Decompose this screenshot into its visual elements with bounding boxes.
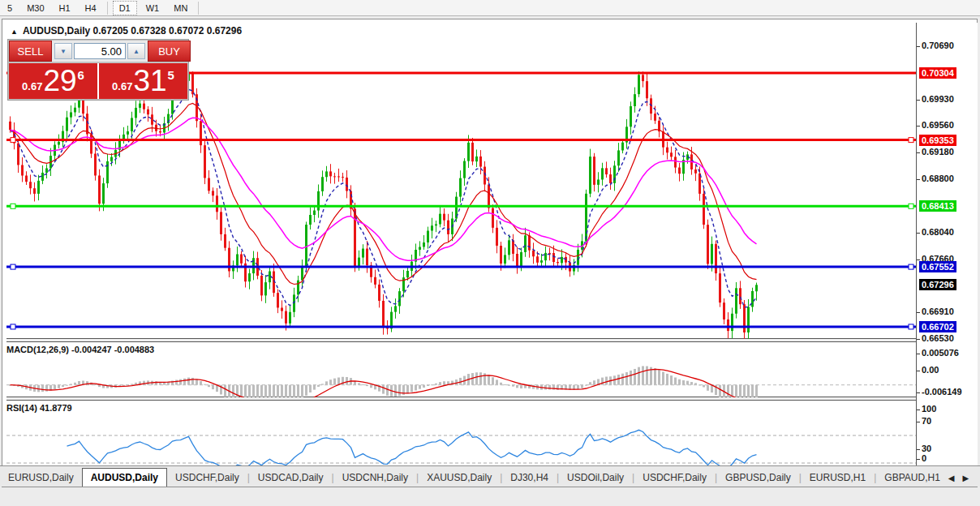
price-badge: 0.66702 <box>919 321 956 332</box>
macd-histogram-bar <box>281 385 283 397</box>
timeframe-button-h4[interactable]: H4 <box>80 2 102 15</box>
timeframe-button-mn[interactable]: MN <box>168 2 193 15</box>
line-handle[interactable] <box>909 264 913 269</box>
rsi-pane[interactable] <box>6 401 916 467</box>
line-handle[interactable] <box>909 138 913 143</box>
chart-tab-dj30-h4[interactable]: DJ30,H4 <box>502 470 557 487</box>
volume-up-icon[interactable]: ▲ <box>127 43 145 59</box>
macd-histogram-bar <box>346 377 348 385</box>
macd-histogram-bar <box>630 371 632 385</box>
candle-body <box>212 191 214 195</box>
candle-body <box>90 135 92 154</box>
price-badge: 0.68413 <box>919 200 956 212</box>
chart-tab-usdcnh-daily[interactable]: USDCNH,Daily <box>334 470 416 487</box>
candle-body <box>723 302 725 319</box>
macd-histogram-bar <box>386 385 389 396</box>
macd-histogram-bar <box>747 385 750 397</box>
axis-tick <box>917 233 920 234</box>
line-handle[interactable] <box>11 264 15 269</box>
macd-histogram-bar <box>500 383 502 385</box>
volume-spinner: ▼ ▲ <box>52 41 148 62</box>
chart-tab-gbpaud-h1[interactable]: GBPAUD,H1 <box>876 470 948 487</box>
line-handle[interactable] <box>909 204 913 208</box>
volume-input[interactable] <box>74 43 126 59</box>
macd-histogram-bar <box>54 385 56 389</box>
chart-tab-eurusd-daily[interactable]: EURUSD,Daily <box>0 470 82 487</box>
macd-histogram-bar <box>581 385 583 388</box>
chart-tab-eurusd-h1[interactable]: EURUSD,H1 <box>802 470 874 487</box>
one-click-trading-panel: SELL ▼ ▲ BUY 0.67 29 6 0.67 <box>7 39 189 101</box>
timeframe-button-d1[interactable]: D1 <box>113 1 137 15</box>
buy-button[interactable]: BUY <box>148 41 191 62</box>
candle-body <box>122 135 125 139</box>
axis-tick <box>917 179 920 180</box>
candle-body <box>74 108 76 113</box>
collapse-triangle-icon[interactable]: ▲ <box>11 28 18 36</box>
macd-histogram-bar <box>325 381 328 384</box>
macd-histogram-bar <box>508 385 510 386</box>
macd-histogram-bar <box>66 385 68 386</box>
candle-body <box>66 118 68 131</box>
candle-body <box>585 194 587 242</box>
chart-tab-usdcad-daily[interactable]: USDCAD,Daily <box>250 470 332 487</box>
macd-histogram-bar <box>666 374 668 385</box>
buy-price-button[interactable]: 0.67 31 5 <box>99 63 187 99</box>
macd-histogram-bar <box>646 367 648 385</box>
macd-histogram-bar <box>208 385 210 387</box>
candle-body <box>285 311 287 324</box>
candle-body <box>743 304 746 332</box>
sell-price-button[interactable]: 0.67 29 6 <box>9 63 97 99</box>
macd-histogram-bar <box>131 384 133 384</box>
price-axis[interactable]: 0.706900.699300.695600.691800.688000.680… <box>916 23 978 485</box>
timeframe-button-5[interactable]: 5 <box>2 2 18 15</box>
chart-tab-gbpusd-daily[interactable]: GBPUSD,Daily <box>717 470 799 487</box>
candle-body <box>208 178 210 191</box>
line-handle[interactable] <box>11 324 15 329</box>
candle-body <box>727 319 729 331</box>
candle-body <box>654 114 656 121</box>
candle-body <box>398 291 401 306</box>
candle-body <box>467 143 470 161</box>
candle-body <box>135 108 137 118</box>
candle-body <box>621 143 624 151</box>
candle-body <box>224 234 226 248</box>
candle-body <box>751 291 754 307</box>
candle-body <box>94 154 97 176</box>
line-handle[interactable] <box>11 138 15 143</box>
ma-fast-line <box>11 89 757 307</box>
price-axis-label: 0.69560 <box>922 120 954 130</box>
candle-body <box>98 175 101 204</box>
candle-body <box>471 143 474 161</box>
timeframe-button-w1[interactable]: W1 <box>140 2 165 15</box>
chart-tab-usdchf-daily[interactable]: USDCHF,Daily <box>167 470 247 487</box>
tabs-scroll-right-icon[interactable]: ▶ <box>963 474 969 482</box>
axis-tick <box>917 339 920 340</box>
candle-body <box>333 176 336 177</box>
macd-histogram-bar <box>333 379 336 385</box>
candle-body <box>630 106 632 126</box>
macd-histogram-bar <box>62 385 64 387</box>
sell-button[interactable]: SELL <box>9 41 52 62</box>
macd-histogram-bar <box>289 385 291 397</box>
macd-histogram-bar <box>694 383 697 384</box>
chart-tab-audusd-daily[interactable]: AUDUSD,Daily <box>82 468 167 487</box>
timeframe-button-h1[interactable]: H1 <box>54 2 76 15</box>
tabs-scroll-left-icon[interactable]: ◀ <box>948 474 955 482</box>
price-axis-label: 0.68800 <box>922 174 954 183</box>
chart-tab-usdchf-daily[interactable]: USDCHF,Daily <box>634 470 715 487</box>
macd-histogram-bar <box>735 385 737 397</box>
price-axis-label: 0.69930 <box>922 94 954 104</box>
timeframe-button-m30[interactable]: M30 <box>21 2 49 15</box>
chart-tab-xauusd-daily[interactable]: XAUUSD,Daily <box>419 470 500 487</box>
candle-body <box>703 194 705 225</box>
macd-histogram-bar <box>532 385 535 389</box>
line-handle[interactable] <box>909 324 913 329</box>
macd-histogram-bar <box>443 381 445 384</box>
chart-tab-usdoil-daily[interactable]: USDOil,Daily <box>559 470 632 487</box>
macd-histogram-bar <box>589 382 591 385</box>
line-handle[interactable] <box>11 204 15 208</box>
volume-down-icon[interactable]: ▼ <box>54 43 72 59</box>
candle-body <box>313 211 316 215</box>
candle-body <box>143 104 145 109</box>
chart-title-text: AUDUSD,Daily 0.67205 0.67328 0.67072 0.6… <box>23 25 242 36</box>
